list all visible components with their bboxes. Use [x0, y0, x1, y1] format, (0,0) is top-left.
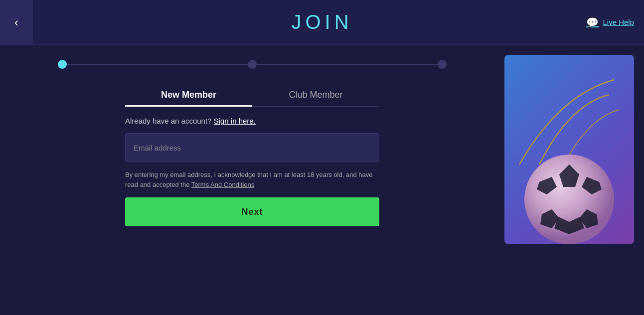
progress-dot-2 [248, 60, 257, 69]
sign-in-link[interactable]: Sign in here. [214, 117, 256, 125]
next-button[interactable]: Next [125, 197, 379, 226]
terms-text: By entering my email address, I acknowle… [125, 170, 379, 189]
progress-bar [58, 60, 447, 69]
tabs-container: New Member Club Member [125, 84, 379, 107]
live-help-link[interactable]: 💬 Live Help [586, 16, 634, 28]
tab-new-member[interactable]: New Member [125, 84, 252, 106]
progress-dot-1 [58, 60, 67, 69]
tab-club-member[interactable]: Club Member [252, 84, 379, 106]
page-title: JOIN [291, 11, 352, 33]
live-help-label: Live Help [603, 18, 634, 26]
chat-icon: 💬 [586, 16, 599, 28]
promo-image [504, 55, 634, 244]
header: ‹ JOIN 💬 Live Help [0, 0, 644, 45]
progress-dot-3 [438, 60, 447, 69]
main-content: New Member Club Member Already have an a… [0, 45, 644, 244]
already-account-text: Already have an account? Sign in here. [125, 117, 379, 125]
soccer-ball-image [519, 150, 619, 244]
terms-link[interactable]: Terms And Conditions [191, 181, 254, 188]
form-area: Already have an account? Sign in here. B… [125, 117, 379, 226]
back-button[interactable]: ‹ [0, 0, 33, 45]
left-panel: New Member Club Member Already have an a… [0, 60, 504, 244]
email-input[interactable] [125, 133, 379, 162]
back-icon: ‹ [14, 15, 18, 29]
